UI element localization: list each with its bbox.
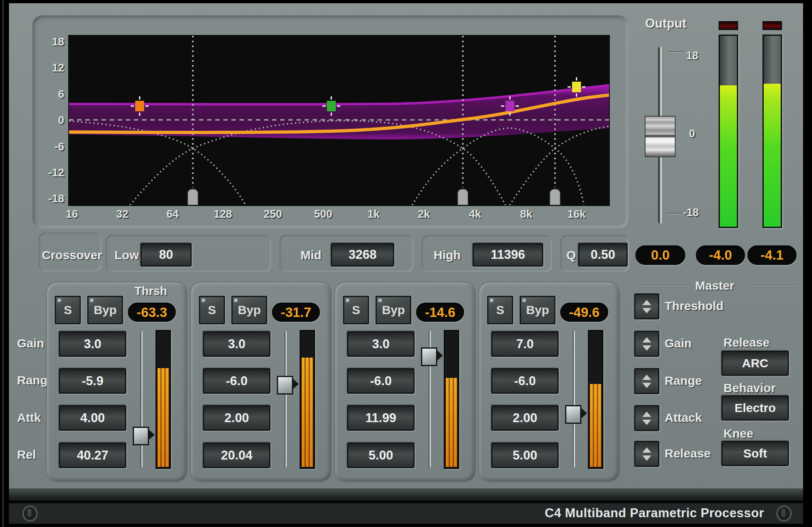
y-tick: -12 — [41, 167, 64, 179]
crossover-handle-high[interactable] — [550, 189, 560, 205]
band3-gain-value[interactable]: 3.0 — [347, 331, 415, 357]
band3-meter — [444, 330, 459, 469]
x-tick: 128 — [205, 208, 241, 221]
band1-gain-value[interactable]: 3.0 — [59, 331, 126, 357]
band1-solo-button[interactable]: S — [55, 296, 81, 324]
band1-bypass-button[interactable]: Byp — [87, 296, 123, 324]
master-release-spinner[interactable] — [634, 441, 659, 467]
crossover-high-value[interactable]: 11396 — [473, 243, 543, 267]
fader-pointer-icon — [148, 429, 155, 440]
band2-gain-value[interactable]: 3.0 — [203, 331, 270, 357]
up-arrow-icon — [642, 447, 651, 453]
threshold-column-label: Thrsh — [134, 284, 167, 298]
master-gain-spinner[interactable] — [634, 331, 659, 357]
output-fader-handle[interactable] — [645, 116, 676, 157]
band2-solo-button[interactable]: S — [199, 296, 225, 324]
band1-threshold-fader-track[interactable] — [140, 331, 143, 467]
band4-gain-value[interactable]: 7.0 — [491, 331, 559, 357]
eq-curves-svg — [69, 36, 609, 205]
band3-threshold-fader-handle[interactable] — [421, 347, 442, 364]
band2-meter-fill — [302, 358, 313, 467]
band2-threshold-fader-track[interactable] — [285, 331, 287, 467]
band4-range-value[interactable]: -6.0 — [491, 368, 559, 394]
master-threshold-spinner[interactable] — [634, 293, 659, 319]
band2-range-value[interactable]: -6.0 — [203, 368, 270, 394]
band3-release-value[interactable]: 5.00 — [347, 442, 415, 468]
crossover-mid-label: Mid — [300, 248, 322, 262]
band3-range-value[interactable]: -6.0 — [347, 368, 415, 394]
window-edge — [2, 0, 4, 527]
master-range-spinner[interactable] — [634, 368, 659, 394]
x-tick: 2k — [406, 208, 442, 221]
up-arrow-icon — [642, 412, 651, 417]
crossover-q-value[interactable]: 0.50 — [578, 243, 628, 267]
band4-threshold-fader-handle[interactable] — [565, 405, 586, 422]
x-tick: 16k — [558, 208, 595, 221]
release-row-label: Rel — [17, 448, 36, 462]
band1-threshold-readout[interactable]: -63.3 — [128, 303, 176, 322]
y-tick: 12 — [41, 62, 64, 74]
up-arrow-icon — [642, 300, 651, 305]
crossover-handle-low[interactable] — [188, 189, 198, 205]
band4-solo-button[interactable]: S — [487, 296, 513, 324]
band3-meter-fill — [446, 378, 457, 467]
output-meter-right-readout[interactable]: -4.1 — [747, 245, 797, 265]
band4-release-value[interactable]: 5.00 — [491, 442, 559, 468]
band3-solo-button[interactable]: S — [343, 296, 369, 324]
knee-button[interactable]: Soft — [721, 441, 789, 466]
master-gain-label: Gain — [665, 336, 692, 350]
output-meter-right-fill — [764, 84, 781, 227]
output-meter-left — [719, 35, 738, 228]
band4-attack-value[interactable]: 2.00 — [491, 405, 559, 431]
behavior-button[interactable]: Electro — [721, 395, 789, 421]
band3-bypass-button[interactable]: Byp — [376, 296, 411, 324]
up-arrow-icon — [642, 375, 651, 380]
band3-threshold-readout[interactable]: -14.6 — [416, 303, 464, 322]
band2-release-value[interactable]: 20.04 — [203, 442, 270, 468]
master-divider-left — [635, 285, 691, 286]
crossover-mid-value[interactable]: 3268 — [331, 243, 394, 267]
band3-attack-value[interactable]: 11.99 — [347, 405, 415, 431]
crossover-q-label: Q — [566, 248, 576, 262]
band1-attack-value[interactable]: 4.00 — [59, 405, 126, 431]
crossover-handle-mid[interactable] — [458, 189, 468, 205]
x-tick: 32 — [104, 208, 140, 221]
corner-ring-icon-left — [22, 505, 38, 522]
master-range-label: Range — [665, 374, 702, 388]
master-release-label: Release — [665, 447, 710, 460]
x-tick: 1k — [355, 208, 392, 221]
clip-led-left[interactable] — [719, 21, 738, 30]
x-tick: 8k — [508, 208, 544, 221]
output-meter-left-fill — [720, 85, 737, 227]
crossover-low-value[interactable]: 80 — [140, 243, 192, 267]
band2-attack-value[interactable]: 2.00 — [203, 405, 270, 431]
band3-strip: S Byp -14.6 3.0 -6.0 11.99 5.00 — [335, 282, 475, 481]
output-scale-0: 0 — [689, 128, 695, 140]
plugin-title: C4 Multiband Parametric Processor — [545, 506, 764, 520]
band2-threshold-readout[interactable]: -31.7 — [272, 303, 320, 322]
output-scale-18: 18 — [686, 50, 698, 62]
master-attack-spinner[interactable] — [634, 405, 659, 431]
band4-meter — [588, 330, 603, 469]
crossover-label: Crossover — [42, 248, 102, 262]
band1-range-value[interactable]: -5.9 — [59, 368, 126, 394]
band2-bypass-button[interactable]: Byp — [231, 296, 267, 324]
output-label: Output — [645, 16, 687, 31]
band4-bypass-button[interactable]: Byp — [520, 296, 555, 324]
master-threshold-label: Threshold — [665, 299, 723, 313]
release-mode-button[interactable]: ARC — [721, 351, 789, 376]
output-gain-readout[interactable]: 0.0 — [635, 245, 685, 265]
band2-threshold-fader-handle[interactable] — [277, 376, 298, 393]
corner-ring-icon-right — [776, 505, 792, 522]
output-meter-left-readout[interactable]: -4.0 — [696, 245, 745, 265]
band4-threshold-fader-track[interactable] — [573, 331, 576, 467]
y-tick: -18 — [41, 193, 64, 205]
x-tick: 500 — [305, 208, 341, 221]
band4-threshold-readout[interactable]: -49.6 — [560, 303, 608, 322]
crossover-low-label: Low — [114, 248, 139, 262]
down-arrow-icon — [642, 308, 651, 313]
band1-threshold-fader-handle[interactable] — [133, 427, 154, 444]
band1-release-value[interactable]: 40.27 — [59, 442, 126, 468]
clip-led-right[interactable] — [762, 21, 782, 30]
output-scale-tick-bottom — [668, 213, 683, 215]
